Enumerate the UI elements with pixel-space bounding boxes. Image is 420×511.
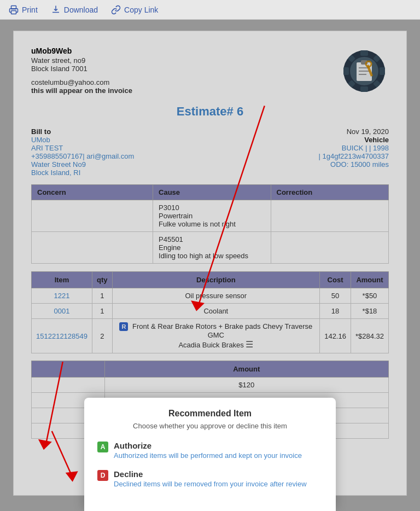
modal-title: Recommended Item [97,409,323,419]
authorize-badge: A [97,442,108,452]
decline-option[interactable]: D Decline Declined items will be removed… [97,469,323,488]
modal-subtitle: Choose whether you approve or decline th… [97,422,323,430]
authorize-content: Authorize Authorized items will be perfo… [114,441,302,460]
decline-badge: D [97,470,108,481]
copy-link-button[interactable]: Copy Link [111,5,158,15]
modal-overlay: Recommended Item Choose whether you appr… [0,20,420,511]
modal-box: Recommended Item Choose whether you appr… [84,398,336,511]
print-label: Print [22,5,38,14]
authorize-title: Authorize [114,441,302,450]
toolbar: Print Download Copy Link [0,0,420,20]
decline-title: Decline [114,469,307,479]
main-wrapper: uMob9Web Water street, no9 Block Island … [0,20,420,511]
authorize-option[interactable]: A Authorize Authorized items will be per… [97,441,323,460]
download-button[interactable]: Download [51,5,98,15]
authorize-desc: Authorized items will be performed and k… [114,451,302,460]
download-label: Download [64,5,98,14]
decline-content: Decline Declined items will be removed f… [114,469,307,488]
decline-desc: Declined items will be removed from your… [114,480,307,488]
copy-link-label: Copy Link [124,5,158,14]
svg-rect-1 [11,10,16,14]
print-button[interactable]: Print [9,5,38,15]
